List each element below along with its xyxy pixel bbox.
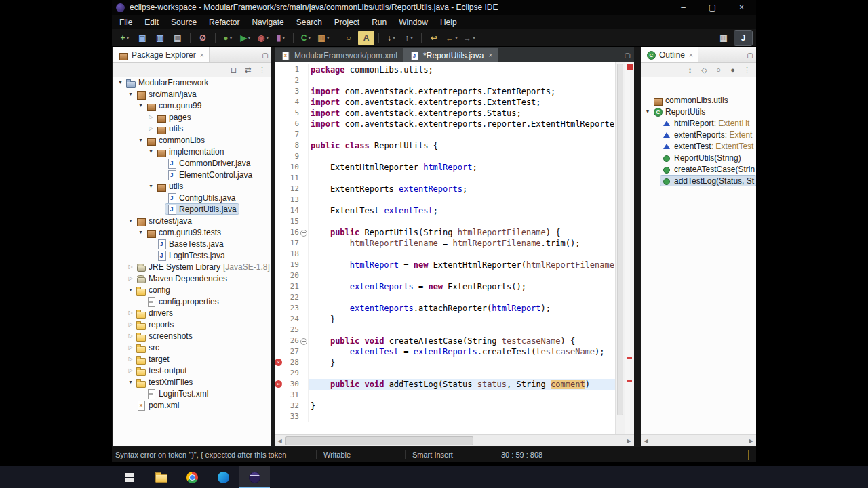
outline-item-extenttest[interactable]: extentTest : ExtentTest [641, 140, 756, 152]
toggle-mark-occurrences-button[interactable]: A [358, 30, 374, 45]
editor-tab-modularframework-pom-xml[interactable]: ModularFramework/pom.xml [275, 48, 403, 62]
back-button[interactable]: ←▾ [443, 30, 460, 45]
menu-file[interactable]: File [113, 15, 138, 29]
code-text[interactable] [309, 216, 615, 227]
collapse-arrow-icon[interactable]: ▾ [644, 108, 652, 115]
code-text[interactable] [309, 292, 615, 303]
package-explorer-tab[interactable]: Package Explorer × [113, 47, 210, 62]
code-text[interactable]: } [309, 357, 615, 368]
run-dropdown-icon[interactable]: ▾ [248, 35, 251, 41]
collapse-arrow-icon[interactable]: ▾ [136, 137, 145, 143]
maximize-view-icon[interactable]: ▢ [744, 52, 756, 59]
expand-arrow-icon[interactable]: ▷ [126, 275, 135, 281]
new-java-class-button[interactable]: C▾ [298, 30, 314, 45]
run-external-tools-button[interactable]: ◉▾ [255, 30, 271, 45]
code-text[interactable]: import com.aventstack.extentreports.Exte… [309, 86, 615, 97]
tree-item-pages[interactable]: ▷pages [113, 111, 271, 123]
scroll-right-icon[interactable]: ▶ [624, 438, 634, 444]
code-text[interactable]: ExtentReports extentReports; [309, 184, 615, 195]
tree-item-maven-dependencies[interactable]: ▷Maven Dependencies [113, 272, 271, 284]
code-text[interactable]: package commonLibs.utils; [309, 64, 615, 75]
tree-item-logintest-xml[interactable]: LoginTest.xml [113, 388, 271, 399]
expand-arrow-icon[interactable]: ▷ [146, 114, 155, 120]
tree-item-com-guru99-tests[interactable]: ▾com.guru99.tests [113, 226, 271, 238]
outline-item-commonlibs-utils[interactable]: commonLibs.utils [641, 94, 756, 106]
code-text[interactable]: extentTest = extentReports.createTest(te… [309, 346, 615, 357]
expand-arrow-icon[interactable]: ▷ [126, 333, 135, 339]
tree-item-config[interactable]: ▾config [113, 284, 271, 296]
java-perspective-button[interactable]: J [734, 30, 752, 45]
menu-run[interactable]: Run [366, 15, 393, 29]
coverage-dropdown-icon[interactable]: ▾ [282, 35, 285, 41]
new-wizard-button[interactable]: +▾ [117, 30, 133, 45]
save-all-button[interactable]: ▥ [152, 30, 168, 45]
sort-icon[interactable]: ↕ [684, 64, 696, 75]
tree-item-commondriver-java[interactable]: CommonDriver.java [113, 157, 271, 169]
previous-annotation-dropdown-icon[interactable]: ▾ [410, 35, 413, 41]
menu-search[interactable]: Search [290, 15, 328, 29]
menu-edit[interactable]: Edit [138, 15, 165, 29]
close-tab-icon[interactable]: × [488, 52, 492, 59]
tree-item-modularframework[interactable]: ▾ModularFramework [113, 77, 271, 88]
tree-item-src[interactable]: ▷src [113, 342, 271, 353]
new-java-class-dropdown-icon[interactable]: ▾ [308, 35, 311, 41]
expand-arrow-icon[interactable]: ▷ [126, 367, 135, 373]
menu-project[interactable]: Project [328, 15, 366, 29]
code-text[interactable]: extentReports.attachReporter(htmlReport)… [309, 303, 615, 314]
overview-ruler[interactable] [625, 62, 634, 435]
tree-item-configutils-java[interactable]: ConfigUtils.java [113, 192, 271, 203]
editor-tab-reportutils-java[interactable]: *ReportUtils.java× [403, 48, 498, 62]
menu-help[interactable]: Help [434, 15, 463, 29]
tree-item-drivers[interactable]: ▷drivers [113, 307, 271, 319]
close-view-icon[interactable]: × [200, 52, 204, 59]
eclipse-taskbar-button[interactable] [239, 466, 270, 488]
forward-button[interactable]: →▾ [461, 30, 477, 45]
tree-item-jre-system-library[interactable]: ▷JRE System Library[JavaSE-1.8] [113, 261, 271, 272]
code-editor[interactable]: 1package commonLibs.utils;23import com.a… [275, 62, 615, 435]
error-overview-mark[interactable] [627, 357, 632, 359]
tree-item-basetests-java[interactable]: BaseTests.java [113, 238, 271, 249]
chrome-taskbar-button[interactable] [176, 466, 208, 488]
search-button[interactable]: ○ [340, 30, 357, 45]
collapse-fold-icon[interactable] [300, 230, 307, 237]
run-button[interactable]: ▶▾ [237, 30, 254, 45]
scroll-left-icon[interactable]: ◀ [275, 438, 285, 444]
code-text[interactable]: htmlReportFilename = htmlReportFilename.… [309, 238, 615, 249]
new-java-package-dropdown-icon[interactable]: ▾ [327, 35, 330, 41]
code-text[interactable] [309, 390, 615, 401]
code-text[interactable] [309, 151, 615, 162]
code-text[interactable]: extentReports = new ExtentReports(); [309, 281, 615, 292]
back-dropdown-icon[interactable]: ▾ [455, 35, 458, 41]
code-text[interactable]: ExtentTest extentTest; [309, 205, 615, 216]
horizontal-scroll-track[interactable] [285, 435, 624, 446]
tree-item-screenshots[interactable]: ▷screenshots [113, 330, 271, 342]
print-button[interactable]: ▤ [170, 30, 186, 45]
horizontal-scrollbar-thumb[interactable] [285, 436, 473, 445]
horizontal-scroll-track[interactable] [651, 435, 746, 446]
expand-arrow-icon[interactable]: ▷ [146, 125, 155, 131]
collapse-arrow-icon[interactable]: ▾ [146, 183, 155, 189]
expand-arrow-icon[interactable]: ▷ [126, 310, 135, 316]
outline-tab[interactable]: Outline × [641, 47, 698, 62]
tree-item-testxmlfiles[interactable]: ▾testXmlFiles [113, 376, 271, 388]
code-text[interactable]: import com.aventstack.extentreports.Exte… [309, 97, 615, 108]
code-text[interactable]: public void addTestLog(Status status, St… [309, 379, 615, 390]
collapse-arrow-icon[interactable]: ▾ [126, 218, 135, 224]
code-text[interactable] [309, 411, 615, 422]
view-menu-icon[interactable]: ⋮ [741, 64, 753, 75]
tree-item-utils[interactable]: ▷utils [113, 123, 271, 134]
vertical-scrollbar-thumb[interactable] [617, 64, 623, 415]
new-java-package-button[interactable]: ▦▾ [315, 30, 332, 45]
next-annotation-button[interactable]: ↓▾ [383, 30, 399, 45]
collapse-arrow-icon[interactable]: ▾ [126, 287, 135, 293]
scroll-left-icon[interactable]: ◀ [641, 438, 651, 444]
outline-horizontal-scrollbar[interactable]: ◀ ▶ [641, 434, 756, 446]
tree-item-pom-xml[interactable]: pom.xml [113, 399, 271, 411]
menu-source[interactable]: Source [165, 15, 203, 29]
tree-item-com-guru99[interactable]: ▾com.guru99 [113, 100, 271, 111]
tree-item-utils[interactable]: ▾utils [113, 180, 271, 192]
tree-item-commonlibs[interactable]: ▾commonLibs [113, 134, 271, 146]
code-text[interactable]: public void createATestCase(String testc… [309, 336, 615, 346]
maximize-button[interactable]: ▢ [698, 0, 727, 15]
scroll-right-icon[interactable]: ▶ [746, 438, 756, 444]
